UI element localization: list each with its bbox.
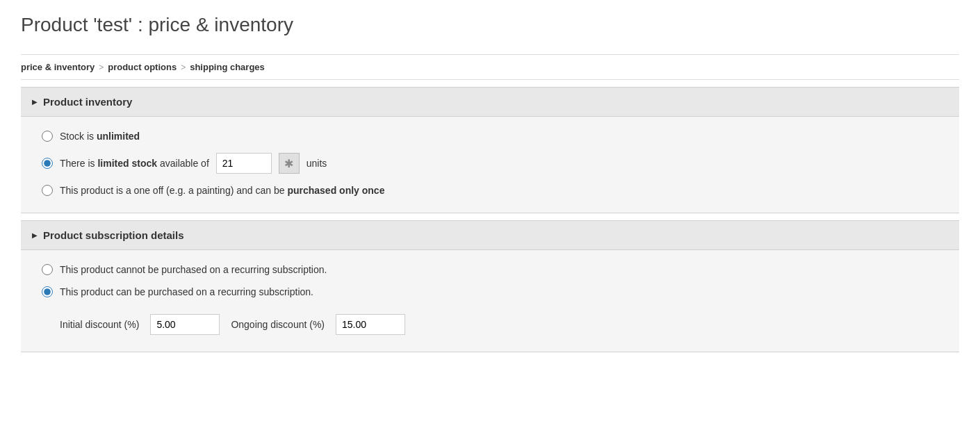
product-inventory-section: ▶ Product inventory Stock is unlimited T… (21, 87, 959, 213)
product-subscription-title: Product subscription details (43, 229, 184, 241)
product-subscription-header[interactable]: ▶ Product subscription details (21, 220, 959, 250)
product-inventory-header[interactable]: ▶ Product inventory (21, 87, 959, 117)
subscription-option-none: This product cannot be purchased on a re… (42, 264, 938, 275)
breadcrumb-separator-2: > (181, 63, 186, 72)
page-title: Product 'test' : price & inventory (21, 14, 959, 43)
inventory-radio-unlimited[interactable] (42, 131, 53, 142)
breadcrumb-item-shipping-charges[interactable]: shipping charges (190, 62, 265, 72)
breadcrumb-separator-1: > (99, 63, 104, 72)
subscription-radio-group: This product cannot be purchased on a re… (42, 264, 938, 335)
inventory-radio-limited[interactable] (42, 158, 53, 169)
ongoing-discount-input[interactable] (336, 314, 405, 335)
subscription-radio-none[interactable] (42, 264, 53, 275)
ongoing-discount-label: Ongoing discount (%) (231, 319, 325, 330)
inventory-label-oneoff: This product is a one off (e.g. a painti… (60, 185, 384, 196)
limited-bold: limited stock (97, 158, 157, 169)
product-subscription-collapse-icon: ▶ (32, 231, 38, 239)
discount-row: Initial discount (%) Ongoing discount (%… (60, 314, 938, 335)
subscription-radio-recurring[interactable] (42, 286, 53, 297)
initial-discount-input[interactable] (150, 314, 220, 335)
inventory-option-unlimited: Stock is unlimited (42, 131, 938, 142)
initial-discount-label: Initial discount (%) (60, 319, 139, 330)
subscription-label-none: This product cannot be purchased on a re… (60, 264, 327, 275)
inventory-option-oneoff: This product is a one off (e.g. a painti… (42, 185, 938, 196)
inventory-radio-oneoff[interactable] (42, 185, 53, 196)
product-subscription-section: ▶ Product subscription details This prod… (21, 220, 959, 352)
stock-quantity-input[interactable] (216, 153, 272, 174)
product-subscription-content: This product cannot be purchased on a re… (21, 250, 959, 352)
inventory-option-limited: There is limited stock available of ✱ un… (42, 153, 938, 174)
unlimited-bold: unlimited (97, 131, 140, 142)
inventory-label-unlimited: Stock is unlimited (60, 131, 140, 142)
breadcrumb-item-price-inventory[interactable]: price & inventory (21, 62, 95, 72)
inventory-radio-group: Stock is unlimited There is limited stoc… (42, 131, 938, 196)
breadcrumb-item-product-options[interactable]: product options (108, 62, 177, 72)
product-inventory-title: Product inventory (43, 96, 132, 108)
product-inventory-content: Stock is unlimited There is limited stoc… (21, 117, 959, 213)
units-label: units (307, 158, 327, 169)
oneoff-bold: purchased only once (287, 185, 384, 196)
product-inventory-collapse-icon: ▶ (32, 98, 38, 106)
inventory-label-limited: There is limited stock available of (60, 158, 209, 169)
asterisk-button[interactable]: ✱ (279, 153, 300, 174)
subscription-label-recurring: This product can be purchased on a recur… (60, 286, 313, 297)
breadcrumb: price & inventory > product options > sh… (21, 54, 959, 80)
subscription-option-recurring: This product can be purchased on a recur… (42, 286, 938, 297)
